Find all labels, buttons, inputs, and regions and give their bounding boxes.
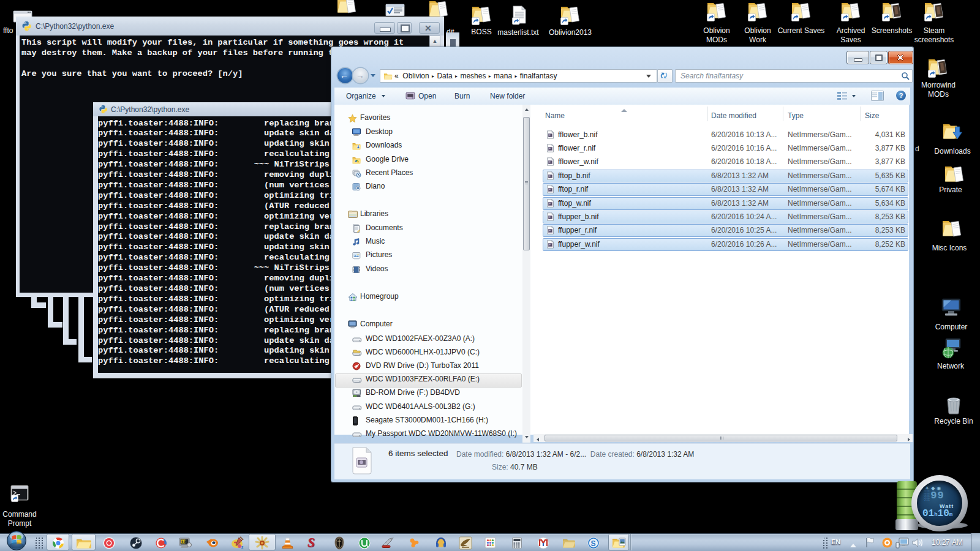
svg-text:DVD: DVD — [353, 395, 357, 397]
svg-text:59: 59 — [181, 539, 186, 544]
svg-text:S: S — [591, 539, 596, 548]
svg-text:2: 2 — [241, 545, 244, 549]
